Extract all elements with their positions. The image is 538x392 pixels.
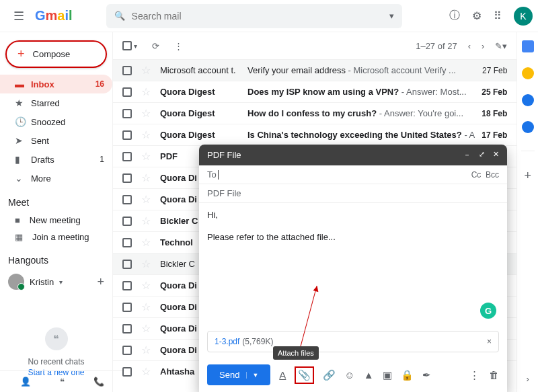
cc-link[interactable]: Cc bbox=[471, 170, 482, 180]
star-icon[interactable]: ☆ bbox=[141, 365, 151, 378]
row-checkbox[interactable] bbox=[122, 260, 132, 269]
insert-link-icon[interactable]: 🔗 bbox=[323, 369, 336, 381]
pen-icon[interactable]: ✒ bbox=[422, 369, 431, 381]
no-chats-text: No recent chats bbox=[0, 357, 112, 366]
more-options-icon[interactable]: ⋮ bbox=[469, 369, 479, 381]
row-checkbox[interactable] bbox=[122, 66, 132, 75]
star-icon[interactable]: ☆ bbox=[141, 193, 151, 206]
star-icon[interactable]: ☆ bbox=[141, 171, 151, 184]
email-row[interactable]: ☆Quora DigestDoes my ISP know am using a… bbox=[113, 81, 516, 102]
nav-item-drafts[interactable]: ▮Drafts1 bbox=[0, 150, 112, 169]
calendar-icon[interactable] bbox=[522, 40, 534, 52]
select-dropdown-icon[interactable]: ▾ bbox=[134, 42, 137, 50]
dropdown-icon[interactable]: ▾ bbox=[59, 278, 63, 286]
prev-page-icon[interactable]: ‹ bbox=[468, 41, 471, 51]
compose-body[interactable]: Hi, Please refer to the attached file... bbox=[199, 203, 507, 331]
select-all-checkbox[interactable] bbox=[122, 41, 132, 50]
search-dropdown-icon[interactable]: ▾ bbox=[389, 11, 394, 21]
row-checkbox[interactable] bbox=[122, 152, 132, 161]
row-checkbox[interactable] bbox=[122, 238, 132, 247]
subject-field[interactable]: PDF File bbox=[199, 184, 507, 203]
search-input[interactable] bbox=[132, 11, 389, 22]
close-icon[interactable]: ✕ bbox=[493, 150, 499, 160]
compose-button[interactable]: + Compose bbox=[5, 40, 107, 68]
person-icon[interactable]: 👤 bbox=[20, 377, 31, 387]
star-icon[interactable]: ☆ bbox=[141, 107, 151, 120]
account-avatar[interactable]: K bbox=[514, 7, 533, 26]
confidential-icon[interactable]: 🔒 bbox=[401, 369, 414, 381]
search-bar[interactable]: 🔍 ▾ bbox=[106, 4, 402, 28]
row-checkbox[interactable] bbox=[122, 303, 132, 312]
insert-photo-icon[interactable]: ▣ bbox=[383, 369, 392, 381]
edit-icon[interactable]: ✎▾ bbox=[495, 41, 507, 51]
nav-label: More bbox=[31, 173, 104, 184]
gmail-logo[interactable]: Gmail bbox=[35, 8, 73, 24]
star-icon[interactable]: ☆ bbox=[141, 214, 151, 227]
star-icon[interactable]: ☆ bbox=[141, 301, 151, 313]
new-chat-icon[interactable]: + bbox=[97, 275, 104, 289]
row-checkbox[interactable] bbox=[122, 367, 132, 377]
phone-icon[interactable]: 📞 bbox=[93, 377, 104, 387]
email-row[interactable]: ☆Microsoft account t.Verify your email a… bbox=[113, 59, 516, 81]
meet-item[interactable]: ▦Join a meeting bbox=[0, 229, 112, 245]
attachment-chip[interactable]: 1-3.pdf (5,769K) × bbox=[207, 331, 499, 352]
more-icon[interactable]: ⋮ bbox=[174, 41, 183, 51]
row-checkbox[interactable] bbox=[122, 130, 132, 140]
refresh-icon[interactable]: ⟳ bbox=[152, 41, 159, 51]
attach-files-icon[interactable]: 📎 bbox=[295, 366, 314, 384]
settings-icon[interactable]: ⚙ bbox=[472, 9, 482, 22]
meet-item[interactable]: ■New meeting bbox=[0, 212, 112, 229]
bcc-link[interactable]: Bcc bbox=[486, 170, 499, 180]
hamburger-icon[interactable]: ☰ bbox=[5, 9, 32, 24]
row-checkbox[interactable] bbox=[122, 346, 132, 355]
email-row[interactable]: ☆Quora DigestIs China's technology excee… bbox=[113, 124, 516, 145]
row-checkbox[interactable] bbox=[122, 217, 132, 226]
star-icon[interactable]: ☆ bbox=[141, 150, 151, 163]
row-checkbox[interactable] bbox=[122, 109, 132, 118]
remove-attachment-icon[interactable]: × bbox=[487, 337, 492, 346]
to-input[interactable] bbox=[223, 169, 471, 180]
send-button[interactable]: Send ▼ bbox=[207, 364, 270, 385]
grammarly-icon[interactable]: G bbox=[480, 303, 496, 319]
contacts-icon[interactable] bbox=[522, 121, 534, 133]
nav-item-starred[interactable]: ★Starred bbox=[0, 93, 112, 112]
discard-icon[interactable]: 🗑 bbox=[489, 369, 499, 381]
compose-titlebar[interactable]: PDF File － ⤢ ✕ bbox=[199, 145, 507, 165]
apps-icon[interactable]: ⠿ bbox=[494, 9, 502, 22]
tasks-icon[interactable] bbox=[522, 94, 534, 106]
nav-item-sent[interactable]: ➤Sent bbox=[0, 131, 112, 150]
hangouts-icon[interactable]: ❝ bbox=[60, 377, 65, 387]
star-icon[interactable]: ☆ bbox=[141, 344, 151, 356]
nav-item-snoozed[interactable]: 🕒Snoozed bbox=[0, 112, 112, 131]
minimize-icon[interactable]: － bbox=[463, 150, 471, 160]
star-icon[interactable]: ☆ bbox=[141, 85, 151, 98]
send-options-icon[interactable]: ▼ bbox=[246, 372, 258, 379]
row-checkbox[interactable] bbox=[122, 281, 132, 290]
nav-icon: ➤ bbox=[15, 135, 31, 146]
nav-item-more[interactable]: ⌄More bbox=[0, 169, 112, 188]
nav-item-inbox[interactable]: ▬Inbox16 bbox=[0, 75, 112, 93]
drive-icon[interactable]: ▲ bbox=[364, 369, 374, 381]
keep-icon[interactable] bbox=[522, 67, 534, 79]
row-checkbox[interactable] bbox=[122, 173, 132, 183]
emoji-icon[interactable]: ☺ bbox=[344, 369, 354, 381]
row-checkbox[interactable] bbox=[122, 87, 132, 97]
star-icon[interactable]: ☆ bbox=[141, 236, 151, 249]
star-icon[interactable]: ☆ bbox=[141, 258, 151, 270]
star-icon[interactable]: ☆ bbox=[141, 322, 151, 335]
star-icon[interactable]: ☆ bbox=[141, 128, 151, 141]
row-checkbox[interactable] bbox=[122, 324, 132, 334]
star-icon[interactable]: ☆ bbox=[141, 64, 151, 77]
to-field[interactable]: To Cc Bcc bbox=[199, 165, 507, 184]
email-row[interactable]: ☆Quora DigestHow do I confess to my crus… bbox=[113, 102, 516, 124]
hangouts-user-row[interactable]: Kristin ▾ + bbox=[0, 270, 112, 294]
formatting-icon[interactable]: A bbox=[279, 369, 286, 381]
row-checkbox[interactable] bbox=[122, 195, 132, 204]
collapse-rail-icon[interactable]: › bbox=[526, 374, 529, 384]
meet-label: Join a meeting bbox=[32, 232, 89, 242]
star-icon[interactable]: ☆ bbox=[141, 279, 151, 292]
help-icon[interactable]: ⓘ bbox=[449, 9, 460, 23]
addons-plus-icon[interactable]: + bbox=[524, 169, 531, 183]
expand-icon[interactable]: ⤢ bbox=[479, 150, 485, 160]
next-page-icon[interactable]: › bbox=[482, 41, 484, 51]
